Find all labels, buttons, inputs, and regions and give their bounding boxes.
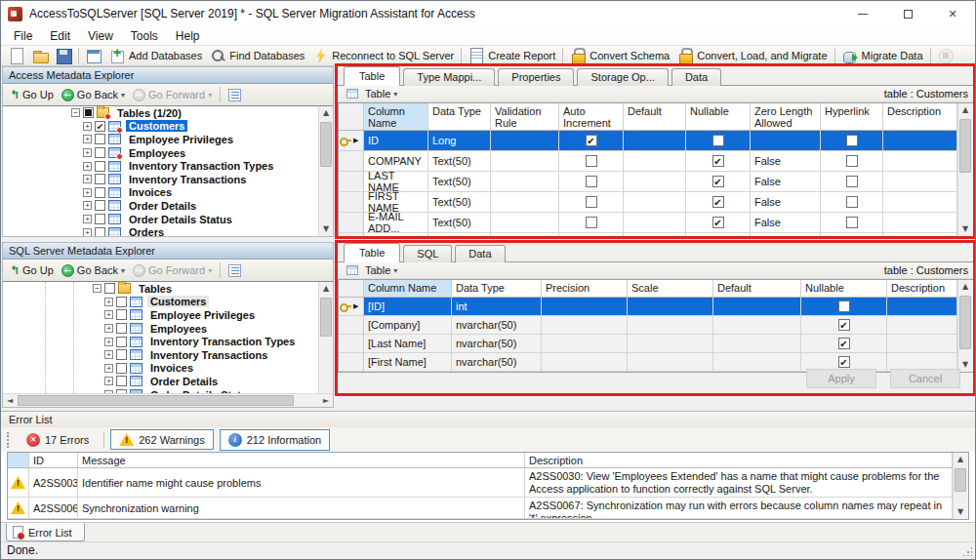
- grid-cell[interactable]: [491, 151, 559, 172]
- grid-cell[interactable]: [491, 192, 559, 213]
- close-button[interactable]: ✕: [930, 1, 975, 26]
- grid-cell[interactable]: [821, 233, 883, 237]
- grid-cell[interactable]: [887, 335, 957, 353]
- grid-cell[interactable]: [ID]: [364, 298, 452, 316]
- grid-cell[interactable]: False: [751, 233, 821, 237]
- row-header-cell[interactable]: [339, 213, 364, 233]
- grid-cell[interactable]: [751, 131, 821, 151]
- grid-cell[interactable]: ✔: [686, 192, 751, 213]
- go-back-button[interactable]: ←Go Back▾: [59, 263, 128, 278]
- checkbox[interactable]: ✔: [838, 356, 850, 368]
- expand-icon[interactable]: +: [83, 228, 92, 236]
- tree-checkbox[interactable]: [95, 227, 105, 236]
- grid-cell[interactable]: ✔: [686, 233, 751, 237]
- grid-cell[interactable]: [624, 172, 686, 192]
- column-header-column-name[interactable]: Column Name: [364, 103, 428, 131]
- table-row[interactable]: LAST NAMEText(50)✔False: [339, 172, 957, 192]
- resize-grip[interactable]: [962, 546, 972, 556]
- expand-icon[interactable]: +: [83, 201, 92, 210]
- filter-17-errors-button[interactable]: ✕17 Errors: [18, 429, 98, 451]
- checkbox[interactable]: ✔: [712, 196, 724, 208]
- grid-cell[interactable]: [883, 131, 957, 151]
- grid-cell[interactable]: [624, 213, 686, 233]
- grid-cell[interactable]: COMPANY: [364, 151, 428, 172]
- tree-item[interactable]: −Tables (1/20): [3, 106, 333, 120]
- grid-cell[interactable]: [713, 335, 801, 353]
- menu-item-view[interactable]: View: [79, 27, 122, 45]
- menu-item-file[interactable]: File: [5, 27, 41, 45]
- checkbox[interactable]: [846, 217, 858, 228]
- scroll-up-arrow[interactable]: ▲: [958, 280, 972, 294]
- save-button[interactable]: [52, 47, 75, 64]
- tab-table[interactable]: Table: [344, 66, 400, 86]
- row-header-cell[interactable]: [339, 316, 364, 335]
- expand-icon[interactable]: +: [104, 364, 113, 373]
- grid-cell[interactable]: False: [751, 192, 821, 213]
- grid-cell[interactable]: [Last Name]: [364, 335, 452, 353]
- checkbox[interactable]: [846, 176, 858, 187]
- tree-checkbox[interactable]: ✔: [95, 121, 105, 132]
- column-header-auto-increment[interactable]: Auto Increment: [559, 103, 624, 131]
- grid-cell[interactable]: [883, 233, 957, 237]
- grid-cell[interactable]: False: [751, 151, 821, 172]
- find-databases-button[interactable]: Find Databases: [206, 47, 308, 64]
- grid-cell[interactable]: [Company]: [364, 316, 452, 335]
- tree-checkbox[interactable]: [116, 349, 127, 360]
- grid-cell[interactable]: [713, 298, 801, 316]
- grid-cell[interactable]: [883, 172, 957, 192]
- grid-cell[interactable]: [887, 316, 957, 335]
- tree-checkbox[interactable]: [83, 107, 94, 118]
- table-row[interactable]: [Company]nvarchar(50)✔: [339, 316, 957, 335]
- grid-cell[interactable]: int: [452, 298, 542, 316]
- error-id-cell[interactable]: A2SS0030: [29, 468, 78, 498]
- tab-storage-op-[interactable]: Storage Op...: [577, 68, 668, 86]
- grid-cell[interactable]: [713, 353, 801, 372]
- grid-cell[interactable]: [821, 192, 883, 213]
- tree-checkbox[interactable]: [95, 134, 105, 144]
- expand-icon[interactable]: +: [83, 135, 92, 143]
- convert-load-and-migrate-button[interactable]: Convert, Load, and Migrate: [673, 47, 831, 64]
- grid-cell[interactable]: [491, 233, 559, 237]
- open-folder-button[interactable]: [28, 47, 52, 64]
- row-header-cell[interactable]: [339, 151, 364, 172]
- grid-cell[interactable]: Text(50): [428, 172, 491, 192]
- column-header-id[interactable]: ID: [29, 453, 78, 468]
- checkbox[interactable]: ✔: [712, 217, 724, 228]
- grid-cell[interactable]: nvarchar(50): [452, 353, 542, 372]
- tab-properties[interactable]: Properties: [498, 68, 574, 86]
- scroll-up-arrow[interactable]: ▲: [958, 103, 972, 117]
- grid-cell[interactable]: ✔: [801, 335, 887, 353]
- tree-item[interactable]: +✔Customers: [3, 120, 333, 134]
- checkbox[interactable]: ✔: [838, 338, 850, 349]
- table-row[interactable]: FIRST NAMEText(50)✔False: [339, 192, 957, 213]
- table-row[interactable]: E-MAIL ADD...Text(50)✔False: [339, 213, 957, 233]
- tree-checkbox[interactable]: [116, 323, 127, 334]
- table-dropdown[interactable]: Table▾: [344, 87, 400, 100]
- grid-cell[interactable]: [883, 151, 957, 172]
- grid-cell[interactable]: ✔: [686, 151, 751, 172]
- checkbox[interactable]: [586, 196, 597, 208]
- table-row[interactable]: COMPANYText(50)✔False: [339, 151, 957, 172]
- create-report-button[interactable]: Create Report: [465, 47, 559, 64]
- table-row[interactable]: ▶[ID]int: [339, 298, 957, 316]
- column-header-validation-rule[interactable]: Validation Rule: [491, 103, 559, 131]
- vertical-scrollbar[interactable]: ▲▼: [957, 103, 973, 236]
- go-forward-button[interactable]: →Go Forward▾: [130, 263, 215, 278]
- grid-cell[interactable]: ✔: [801, 316, 887, 335]
- tree-item[interactable]: +Employees: [3, 146, 333, 160]
- grid-cell[interactable]: JOB TITLE: [364, 233, 428, 237]
- grid-cell[interactable]: [542, 335, 628, 353]
- checkbox[interactable]: [586, 217, 597, 228]
- grid-cell[interactable]: [883, 213, 957, 233]
- grid-cell[interactable]: [559, 213, 624, 233]
- expand-icon[interactable]: +: [104, 310, 113, 319]
- checkbox[interactable]: [586, 176, 597, 187]
- grid-cell[interactable]: [628, 316, 713, 335]
- expand-icon[interactable]: +: [83, 162, 92, 171]
- scroll-thumb[interactable]: [959, 119, 971, 173]
- minimize-button[interactable]: [840, 1, 885, 26]
- expand-icon[interactable]: +: [104, 298, 113, 306]
- tree-item[interactable]: +Employees: [3, 322, 333, 336]
- maximize-button[interactable]: [885, 1, 930, 26]
- expand-icon[interactable]: +: [104, 338, 113, 346]
